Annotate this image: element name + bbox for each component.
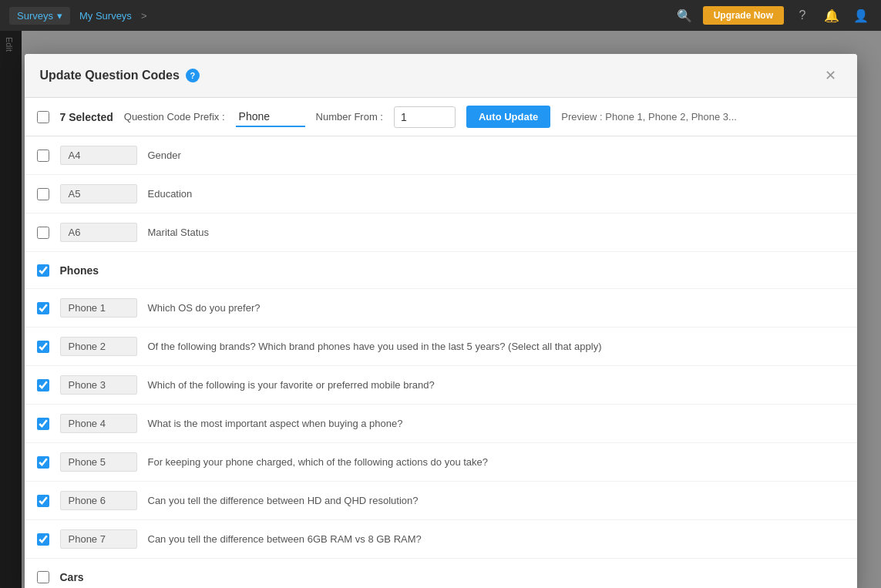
question-row-a4-row: A4 Gender [25,136,857,175]
question-row-phone6-row: Phone 6 Can you tell the difference betw… [25,482,857,520]
bell-nav-button[interactable]: 🔔 [821,5,842,26]
question-text-phone3-row: Which of the following is your favorite … [148,379,845,391]
question-row-phone7-row: Phone 7 Can you tell the difference betw… [25,520,857,559]
nav-right: 🔍 Upgrade Now ? 🔔 👤 [674,5,872,26]
code-badge-phone1-row: Phone 1 [60,298,137,318]
my-surveys-link[interactable]: My Surveys [79,10,132,22]
modal-close-button[interactable]: ✕ [820,65,842,86]
question-checkbox-phone5-row[interactable] [37,456,49,469]
update-question-codes-modal: Update Question Codes ? ✕ 7 Selected Que… [25,54,857,588]
surveys-dropdown-button[interactable]: Surveys ▾ [9,7,70,25]
questions-list: A4 Gender A5 Education A6 Marital Status… [25,136,857,588]
question-text-phone7-row: Can you tell the difference between 6GB … [148,533,845,545]
code-badge-phone6-row: Phone 6 [60,491,137,510]
code-badge-a4-row: A4 [60,146,137,165]
section-label-phones-section: Phones [60,264,99,277]
question-text-phone2-row: Of the following brands? Which brand pho… [148,341,845,352]
section-checkbox-phones-section[interactable] [37,264,49,277]
toolbar-row: 7 Selected Question Code Prefix : Number… [25,98,857,136]
number-from-label: Number From : [316,111,383,123]
code-badge-phone2-row: Phone 2 [60,337,137,356]
code-badge-phone4-row: Phone 4 [60,414,137,433]
top-nav: Surveys ▾ My Surveys > 🔍 Upgrade Now ? 🔔… [0,0,881,31]
question-row-phone1-row: Phone 1 Which OS do you prefer? [25,289,857,328]
question-text-phone4-row: What is the most important aspect when b… [148,418,845,429]
question-row-phone3-row: Phone 3 Which of the following is your f… [25,366,857,405]
user-nav-button[interactable]: 👤 [850,5,872,26]
question-text-a5-row: Education [148,188,845,200]
question-checkbox-phone7-row[interactable] [37,533,49,546]
question-checkbox-phone6-row[interactable] [37,495,49,507]
section-row-cars-section: Cars [25,559,857,588]
code-prefix-input[interactable] [236,107,305,127]
code-badge-a6-row: A6 [60,223,137,242]
question-row-phone5-row: Phone 5 For keeping your phone charged, … [25,443,857,482]
auto-update-button[interactable]: Auto Update [466,106,550,128]
modal-title-text: Update Question Codes [40,69,180,82]
modal-header: Update Question Codes ? ✕ [25,54,857,98]
help-nav-button[interactable]: ? [792,5,813,26]
selected-count-label: 7 Selected [60,111,113,123]
question-checkbox-phone3-row[interactable] [37,379,49,391]
preview-text: Preview : Phone 1, Phone 2, Phone 3... [561,111,737,123]
breadcrumb-separator: > [141,10,147,22]
question-checkbox-a6-row[interactable] [37,227,49,239]
code-badge-phone7-row: Phone 7 [60,529,137,549]
question-text-phone5-row: For keeping your phone charged, which of… [148,456,845,468]
question-text-a4-row: Gender [148,150,845,161]
question-checkbox-phone2-row[interactable] [37,341,49,353]
upgrade-now-button[interactable]: Upgrade Now [703,6,784,25]
section-row-phones-section: Phones [25,252,857,289]
question-text-a6-row: Marital Status [148,227,845,238]
question-checkbox-phone1-row[interactable] [37,302,49,314]
search-nav-button[interactable]: 🔍 [674,5,695,26]
select-all-checkbox[interactable] [37,111,49,123]
modal-title-area: Update Question Codes ? [40,69,200,82]
question-row-phone4-row: Phone 4 What is the most important aspec… [25,405,857,443]
modal-help-icon[interactable]: ? [186,69,200,82]
modal-backdrop: Update Question Codes ? ✕ 7 Selected Que… [0,31,881,588]
surveys-label: Surveys [17,10,53,22]
section-label-cars-section: Cars [60,571,84,583]
prefix-label: Question Code Prefix : [124,111,225,123]
question-text-phone6-row: Can you tell the difference between HD a… [148,495,845,506]
question-row-a6-row: A6 Marital Status [25,213,857,252]
number-from-input[interactable] [394,106,456,128]
section-checkbox-cars-section[interactable] [37,571,49,583]
code-badge-phone5-row: Phone 5 [60,452,137,472]
dropdown-arrow-icon: ▾ [57,10,62,22]
question-checkbox-phone4-row[interactable] [37,418,49,430]
code-badge-a5-row: A5 [60,184,137,203]
question-checkbox-a4-row[interactable] [37,150,49,162]
code-badge-phone3-row: Phone 3 [60,375,137,395]
question-checkbox-a5-row[interactable] [37,188,49,200]
question-text-phone1-row: Which OS do you prefer? [148,302,845,314]
question-row-a5-row: A5 Education [25,175,857,213]
question-row-phone2-row: Phone 2 Of the following brands? Which b… [25,328,857,366]
